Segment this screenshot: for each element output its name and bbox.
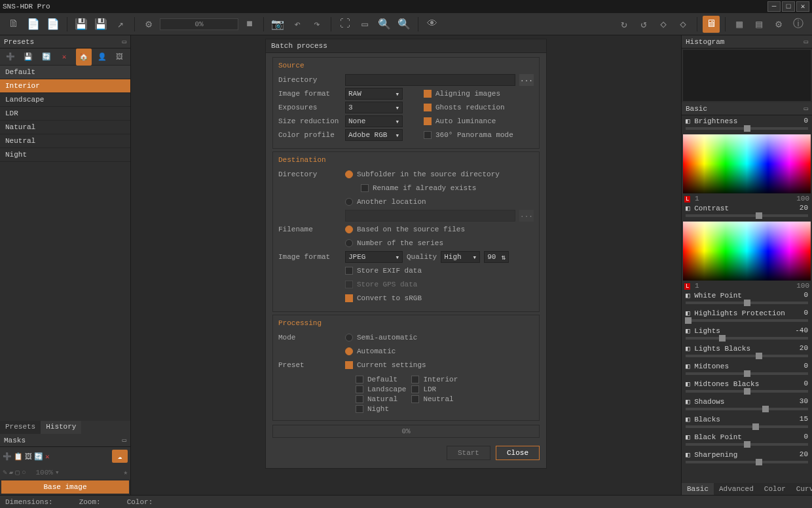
slider-highlights-protection[interactable]: ◧ Highlights Protection0 xyxy=(682,307,812,325)
rename-checkbox[interactable] xyxy=(361,184,369,192)
panorama-checkbox[interactable] xyxy=(424,131,432,139)
minimize-button[interactable]: ─ xyxy=(767,1,781,12)
open-icon[interactable]: 📄 xyxy=(25,16,42,33)
dest-format-select[interactable]: JPEG▾ xyxy=(345,251,403,263)
save-icon[interactable]: 💾 xyxy=(73,16,90,33)
circle-icon[interactable]: ○ xyxy=(22,469,26,477)
rect-icon[interactable]: ▢ xyxy=(15,468,20,477)
stop-icon[interactable]: ■ xyxy=(241,16,258,33)
fit-icon[interactable]: ▭ xyxy=(356,16,373,33)
src-directory-input[interactable] xyxy=(345,74,515,86)
basic-tab[interactable]: Basic xyxy=(682,483,714,495)
color-spectrum-1[interactable] xyxy=(683,134,811,193)
preset-checkbox[interactable] xyxy=(411,376,419,383)
undock-hist-icon[interactable]: ▭ xyxy=(803,37,808,46)
slider-lights[interactable]: ◧ Lights-40 xyxy=(682,325,812,343)
src-format-select[interactable]: RAW▾ xyxy=(345,88,403,100)
add-preset-icon[interactable]: ➕ xyxy=(3,49,18,66)
maximize-button[interactable]: □ xyxy=(782,1,795,12)
save-preset-icon[interactable]: 💾 xyxy=(20,49,36,66)
src-browse-button[interactable]: ... xyxy=(519,74,534,86)
mask-img-icon[interactable]: 🖼 xyxy=(25,452,32,461)
preset-item[interactable]: Interior xyxy=(0,79,130,93)
exif-checkbox[interactable] xyxy=(345,267,353,275)
dest-browse-button[interactable]: ... xyxy=(519,210,534,222)
preset-tab[interactable]: Presets xyxy=(0,421,41,434)
undo-icon[interactable]: ↶ xyxy=(289,16,306,33)
zoom-in-icon[interactable]: 🔍 xyxy=(376,16,393,33)
preset-checkbox[interactable] xyxy=(356,405,363,413)
zoom-out-icon[interactable]: 🔍 xyxy=(396,16,413,33)
rotate-cw-icon[interactable]: ↻ xyxy=(616,16,633,33)
user-icon[interactable]: 👤 xyxy=(94,49,109,66)
preset-item[interactable]: Default xyxy=(0,66,130,79)
slider-contrast[interactable]: ◧ Contrast20 xyxy=(682,203,812,220)
refresh-preset-icon[interactable]: 🔄 xyxy=(39,49,54,66)
undock-basic-icon[interactable]: ▭ xyxy=(803,104,808,113)
base-image-item[interactable]: Base image xyxy=(1,480,129,494)
camera-icon[interactable]: 📷 xyxy=(269,16,286,33)
preset-item[interactable]: Natural xyxy=(0,121,130,134)
dest-location-input[interactable] xyxy=(345,210,515,222)
preset-checkbox[interactable] xyxy=(411,385,419,393)
preset-checkbox[interactable] xyxy=(411,395,419,403)
slider-sharpening[interactable]: ◧ Sharpening20 xyxy=(682,449,812,467)
preview-icon[interactable]: 👁 xyxy=(424,16,441,33)
crop-icon[interactable]: ⛶ xyxy=(337,16,354,33)
auto-radio[interactable] xyxy=(345,347,353,355)
export-icon[interactable]: ↗ xyxy=(112,16,129,33)
slider-shadows[interactable]: ◧ Shadows30 xyxy=(682,396,812,414)
another-radio[interactable] xyxy=(345,198,353,206)
preset-checkbox[interactable] xyxy=(356,385,363,393)
basic-tab[interactable]: Advanced xyxy=(714,483,759,495)
preset-item[interactable]: Landscape xyxy=(0,93,130,107)
semi-radio[interactable] xyxy=(345,334,353,342)
based-radio[interactable] xyxy=(345,225,353,233)
preset-item[interactable]: Neutral xyxy=(0,134,130,148)
slider-lights-blacks[interactable]: ◧ Lights Blacks20 xyxy=(682,343,812,361)
image-icon[interactable]: 🖼 xyxy=(112,49,128,66)
sns-icon[interactable]: 📄 xyxy=(45,16,62,33)
mask-refresh-icon[interactable]: 🔄 xyxy=(34,452,43,461)
mask-copy-icon[interactable]: 📋 xyxy=(14,452,23,461)
close-dialog-button[interactable]: Close xyxy=(496,446,540,460)
close-button[interactable]: ✕ xyxy=(796,1,809,12)
info-icon[interactable]: ⓘ xyxy=(790,16,807,33)
chevron-down-icon[interactable]: ▾ xyxy=(55,468,60,477)
monitor-icon[interactable]: 🖥 xyxy=(703,16,720,33)
mask-add-icon[interactable]: ➕ xyxy=(3,452,12,461)
fill-icon[interactable]: ▰ xyxy=(9,468,14,477)
undock-icon[interactable]: ▭ xyxy=(122,37,126,46)
prefs-icon[interactable]: ⚙ xyxy=(770,16,787,33)
color-spectrum-2[interactable] xyxy=(683,222,811,281)
slider-blacks[interactable]: ◧ Blacks15 xyxy=(682,414,812,431)
ghosts-checkbox[interactable] xyxy=(424,104,432,111)
luminance-checkbox[interactable] xyxy=(424,117,432,125)
slider-brightness[interactable]: ◧ Brightness0 xyxy=(682,115,812,133)
preset-tab[interactable]: History xyxy=(41,421,81,434)
new-icon[interactable]: 🗎 xyxy=(5,16,22,33)
start-button[interactable]: Start xyxy=(447,446,490,460)
preset-item[interactable]: Night xyxy=(0,148,130,162)
undock-masks-icon[interactable]: ▭ xyxy=(122,436,126,444)
redo-icon[interactable]: ↷ xyxy=(308,16,325,33)
srgb-checkbox[interactable] xyxy=(345,294,353,302)
exposures-select[interactable]: 3▾ xyxy=(345,102,403,113)
delete-preset-icon[interactable]: ✕ xyxy=(56,49,72,66)
basic-tab[interactable]: Color xyxy=(759,483,791,495)
slider-midtones-blacks[interactable]: ◧ Midtones Blacks0 xyxy=(682,378,812,396)
subfolder-radio[interactable] xyxy=(345,170,353,178)
brush-icon[interactable]: ✎ xyxy=(3,468,7,477)
number-radio[interactable] xyxy=(345,239,353,247)
quality-select[interactable]: High▾ xyxy=(441,251,480,263)
preset-checkbox[interactable] xyxy=(356,376,363,383)
home-icon[interactable]: 🏠 xyxy=(76,49,92,66)
settings-icon[interactable]: ⚙ xyxy=(140,16,157,33)
slider-white-point[interactable]: ◧ White Point0 xyxy=(682,290,812,307)
preset-item[interactable]: LDR xyxy=(0,107,130,121)
slider-midtones[interactable]: ◧ Midtones0 xyxy=(682,361,812,378)
mask-delete-icon[interactable]: ✕ xyxy=(45,452,50,461)
aligning-checkbox[interactable] xyxy=(424,90,432,98)
cloud-icon[interactable]: ☁ xyxy=(112,450,128,463)
flip-h-icon[interactable]: ◇ xyxy=(655,16,672,33)
